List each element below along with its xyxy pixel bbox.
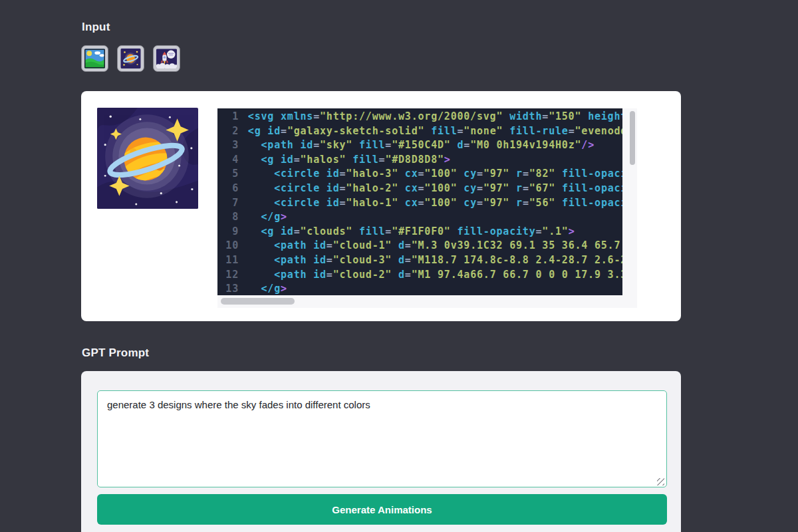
landscape-icon <box>84 49 105 68</box>
code-block: 1 <svg xmlns="http://www.w3.org/2000/svg… <box>217 108 622 295</box>
input-card: 1 <svg xmlns="http://www.w3.org/2000/svg… <box>81 91 681 321</box>
thumbnail-galaxy-image[interactable] <box>117 45 144 72</box>
thumbnail-rocket-image[interactable] <box>153 45 180 72</box>
textarea-resize-handle-icon[interactable] <box>657 478 664 485</box>
thumbnail-row <box>81 45 180 72</box>
galaxy-illustration <box>97 108 198 209</box>
code-vertical-scrollbar[interactable] <box>630 111 635 165</box>
gpt-prompt-heading: GPT Prompt <box>82 346 149 360</box>
code-horizontal-scrollbar[interactable] <box>221 298 295 305</box>
galaxy-preview-image <box>97 108 198 209</box>
rocket-icon <box>156 49 177 68</box>
thumbnail-landscape-image[interactable] <box>81 45 108 72</box>
galaxy-mini-icon <box>120 49 141 68</box>
prompt-card: generate 3 designs where the sky fades i… <box>81 371 681 532</box>
prompt-textarea[interactable]: generate 3 designs where the sky fades i… <box>97 390 667 487</box>
code-editor[interactable]: 1 <svg xmlns="http://www.w3.org/2000/svg… <box>217 108 637 308</box>
input-heading: Input <box>82 21 110 34</box>
generate-animations-button[interactable]: Generate Animations <box>97 494 667 525</box>
